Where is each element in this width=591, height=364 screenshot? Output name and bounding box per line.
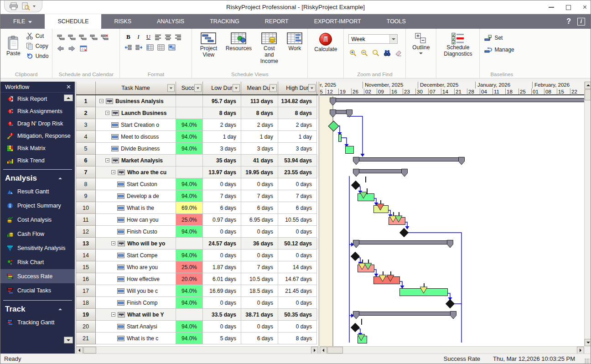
indent-column-icon[interactable]	[135, 44, 143, 51]
minimize-button[interactable]	[549, 7, 554, 8]
milestone-row-12[interactable]	[399, 228, 409, 237]
workflow-close-icon[interactable]: ✕	[66, 83, 71, 90]
resources-button[interactable]: Resources	[224, 31, 253, 52]
vertical-scroll-thumb[interactable]	[585, 89, 591, 100]
task-name-cell[interactable]: Start Creation o	[96, 119, 176, 131]
maximize-button[interactable]	[566, 5, 571, 10]
insert-task-icon[interactable]	[68, 34, 76, 41]
link-tasks-icon[interactable]	[57, 34, 65, 41]
table-row[interactable]: 3Start Creation o94.0%2 days2 days2 days	[76, 119, 318, 131]
task-name-cell[interactable]: Start Compe	[96, 250, 176, 261]
summary-bar-row-13[interactable]	[353, 240, 453, 244]
table-row[interactable]: 12Finish Custo94.0%0 days0 days0 days	[76, 226, 318, 238]
table-row[interactable]: 18Finish Comp94.0%0 days0 days0 days	[76, 297, 318, 309]
info-icon[interactable]: i	[577, 18, 585, 26]
table-scroll-thumb[interactable]	[83, 347, 96, 354]
column-header-low-dur[interactable]: Low Dur	[203, 82, 241, 94]
outdent-column-icon[interactable]	[124, 44, 132, 51]
insert-column-icon[interactable]	[146, 44, 154, 51]
help-icon[interactable]: ?	[566, 17, 571, 26]
find-icon[interactable]	[384, 49, 391, 57]
table-row[interactable]: 11How can you25.0%0.97 days6.95 days10.5…	[76, 214, 318, 226]
summary-bar-row-6[interactable]	[353, 157, 465, 161]
table-row[interactable]: 2Launch Business8 days8 days8 days	[76, 107, 318, 119]
cut-button[interactable]: Cut	[26, 31, 49, 41]
align-left-icon[interactable]	[155, 34, 162, 40]
tab-export-import[interactable]: EXPORT-IMPORT	[301, 14, 374, 29]
task-name-cell[interactable]: What is the c	[96, 333, 176, 344]
sidebar-scroll-down-button[interactable]	[64, 337, 73, 343]
forward-arrow-icon[interactable]	[68, 46, 75, 52]
table-scroll-right-button[interactable]	[311, 347, 318, 354]
paste-button[interactable]: Paste	[4, 35, 23, 57]
scroll-down-button[interactable]	[585, 339, 591, 346]
sidebar-item-sensitivity-analysis[interactable]: Sensitivity Analysis	[0, 241, 75, 255]
sidebar-item-cost-analysis[interactable]: Cost Analysis	[0, 213, 75, 227]
table-row[interactable]: 20Start Analysi94.0%0 days0 days0 days	[76, 321, 318, 333]
tab-analysis[interactable]: ANALYSIS	[144, 14, 197, 29]
task-name-cell[interactable]: Who are you	[96, 261, 176, 273]
zoom-in-icon[interactable]	[349, 49, 357, 57]
table-row[interactable]: 8Start Custon94.0%0 days0 days0 days	[76, 178, 318, 190]
tab-tools[interactable]: TOOLS	[374, 14, 419, 29]
zoom-select-icon[interactable]	[372, 49, 379, 57]
summary-bar-row-1[interactable]	[330, 98, 584, 102]
milestone-row-8[interactable]	[351, 181, 360, 190]
underline-button[interactable]: U	[145, 33, 152, 41]
task-name-cell[interactable]: Launch Business	[96, 107, 176, 119]
task-name-cell[interactable]: Develop a de	[96, 190, 176, 202]
collapse-icon[interactable]	[111, 170, 115, 174]
task-name-cell[interactable]: Will you be c	[96, 285, 176, 297]
table-row[interactable]: 1Business Analysis95.7 days113 days134.8…	[76, 95, 318, 107]
align-right-icon[interactable]	[175, 34, 182, 40]
table-scroll-left-button[interactable]	[76, 347, 83, 354]
scroll-up-button[interactable]	[585, 82, 591, 89]
sidebar-item-result-gantt[interactable]: Result Gantt	[0, 184, 75, 198]
table-row[interactable]: 19What will be Y33.5 days38.71 days50.35…	[76, 309, 318, 321]
back-arrow-icon[interactable]	[57, 46, 64, 52]
calculate-button[interactable]: Calculate	[311, 31, 340, 53]
sidebar-item-success-rate[interactable]: Success Rate	[0, 269, 75, 283]
table-row[interactable]: 13Who will be yo24.57 days36 days50.12 d…	[76, 238, 318, 250]
work-button[interactable]: Work	[285, 31, 304, 52]
table-row[interactable]: 5Divide Business94.0%3 days3 days3 days	[76, 143, 318, 155]
task-name-cell[interactable]: Start Analysi	[96, 321, 176, 333]
sidebar-item-risk-assignments[interactable]: Risk Assignments	[0, 105, 75, 117]
outdent-task-icon[interactable]	[90, 34, 98, 41]
table-row[interactable]: 21What is the c94.0%5 days6 days8 days	[76, 333, 318, 344]
tab-schedule[interactable]: SCHEDULE	[45, 14, 101, 29]
bold-button[interactable]: B	[124, 33, 132, 41]
task-name-cell[interactable]: What will be Y	[96, 309, 176, 321]
undo-button[interactable]: Undo	[26, 52, 49, 61]
collapse-icon[interactable]	[111, 241, 115, 245]
table-row[interactable]: 9Develop a de94.0%7 days7 days7 days	[76, 190, 318, 202]
sidebar-item-risk-trend[interactable]: Risk Trend	[0, 154, 75, 166]
unlink-tasks-icon[interactable]	[101, 34, 109, 41]
column-filter-icon[interactable]	[194, 84, 202, 92]
sidebar-item-crucial-tasks[interactable]: Crucial Tasks	[0, 283, 75, 297]
zoom-out-icon[interactable]	[361, 49, 368, 57]
gantt-scroll-thumb[interactable]	[327, 347, 343, 354]
sidebar-section-track[interactable]: Track	[0, 302, 75, 315]
cost-income-button[interactable]: Cost and Income	[256, 31, 282, 65]
tab-tracking[interactable]: TRACKING	[197, 14, 252, 29]
table-row[interactable]: 16How effective20.0%6.01 days10.5 days14…	[76, 273, 318, 285]
clear-filter-icon[interactable]	[395, 49, 402, 57]
align-center-icon[interactable]	[165, 34, 172, 40]
column-filter-icon[interactable]	[308, 84, 316, 92]
hide-column-icon[interactable]	[157, 44, 165, 51]
collapse-section-icon[interactable]	[58, 177, 62, 179]
close-button[interactable]: ×	[583, 4, 587, 11]
outline-button[interactable]: Outline	[410, 31, 432, 55]
task-name-cell[interactable]: Finish Comp	[96, 297, 176, 309]
task-name-cell[interactable]: How effective	[96, 273, 176, 285]
sidebar-item-risk-chart[interactable]: Risk Chart	[0, 255, 75, 269]
task-name-cell[interactable]: Finish Custo	[96, 226, 176, 238]
table-row[interactable]: 17Will you be c94.0%16.69 days18.5 days2…	[76, 285, 318, 297]
sidebar-item-risk-matrix[interactable]: Risk Matrix	[0, 142, 75, 154]
column-filter-icon[interactable]	[167, 84, 175, 92]
sidebar-item-drag-n-drop-risk[interactable]: Drag N' Drop Risk	[0, 117, 75, 130]
table-row[interactable]: 14Start Compe94.0%0 days0 days0 days	[76, 250, 318, 261]
collapse-section-icon[interactable]	[58, 308, 62, 310]
column-header-task-name[interactable]: Task Name	[96, 82, 176, 94]
